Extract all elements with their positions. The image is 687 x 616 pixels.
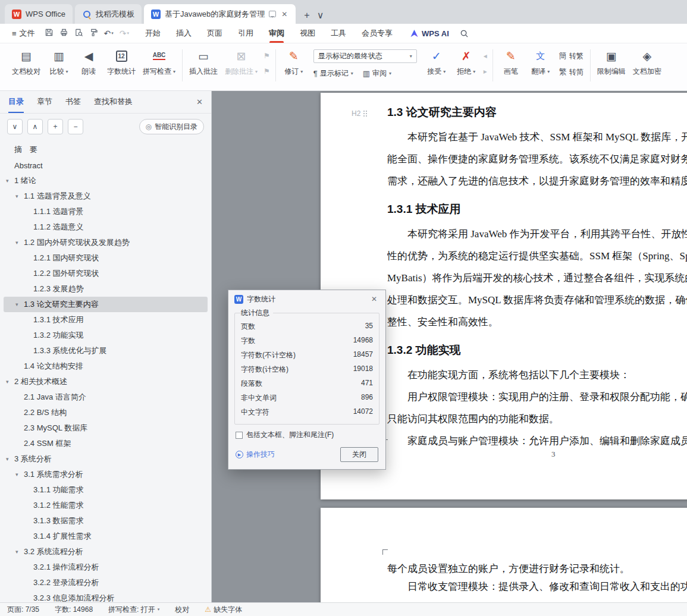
- toc-item[interactable]: ▾1.3 论文研究主要内容: [4, 297, 208, 312]
- toc-item[interactable]: 1.2.2 国外研究现状: [4, 266, 208, 281]
- save-button[interactable]: [45, 28, 54, 39]
- file-menu-button[interactable]: ≡ 文件: [7, 28, 40, 39]
- checkbox-icon[interactable]: [236, 432, 243, 439]
- toc-item[interactable]: 1.2.3 发展趋势: [4, 281, 208, 297]
- window-tab[interactable]: W基于Javaweb的家庭财务管理✕: [144, 4, 296, 24]
- expand-heading-button[interactable]: ∧: [27, 119, 43, 134]
- compare-button[interactable]: ▥比较▾: [44, 43, 74, 77]
- smart-toc-button[interactable]: ◎ 智能识别目录: [139, 119, 204, 134]
- track-changes-button[interactable]: ✎修订▾: [279, 43, 309, 77]
- sidebar-tab-bookmarks[interactable]: 书签: [65, 91, 81, 113]
- toc-item[interactable]: 2.3 MySQL 数据库: [4, 420, 208, 436]
- heading-level-badge[interactable]: H2: [352, 109, 368, 118]
- menu-item[interactable]: 审阅: [261, 24, 292, 43]
- tips-link[interactable]: ▶ 操作技巧: [236, 450, 275, 460]
- redo-button[interactable]: ↷▾: [120, 29, 129, 38]
- toc-item[interactable]: ▾1 绪论: [4, 173, 208, 188]
- page-indicator[interactable]: 页面: 7/35: [7, 605, 39, 615]
- undo-button[interactable]: ↶▾: [104, 29, 114, 38]
- tab-list-caret-icon[interactable]: ∨: [317, 11, 324, 20]
- sidebar-tab-find-replace[interactable]: 查找和替换: [94, 91, 133, 113]
- menu-item[interactable]: 工具: [323, 24, 354, 43]
- toc-item[interactable]: ▾3.2 系统流程分析: [4, 544, 208, 560]
- accept-button[interactable]: ✓接受▾: [422, 43, 451, 77]
- missing-font-warning[interactable]: ⚠ 缺失字体: [205, 605, 242, 615]
- dialog-title-bar[interactable]: W 字数统计 ✕: [228, 290, 385, 308]
- collapse-heading-button[interactable]: ∨: [7, 119, 23, 134]
- word-count-button[interactable]: 12字数统计: [103, 43, 139, 77]
- review-pane-button[interactable]: ▥审阅▾: [363, 68, 391, 78]
- wps-ai-button[interactable]: WPS AI: [410, 29, 449, 38]
- toc-item[interactable]: ▾1.2 国内外研究现状及发展趋势: [4, 235, 208, 250]
- reject-button[interactable]: ✗拒绝▾: [451, 43, 481, 77]
- spell-check-toggle[interactable]: 拼写检查: 打开 ▾: [108, 605, 159, 615]
- toc-item[interactable]: 1.3.2 功能实现: [4, 328, 208, 343]
- show-markup-button[interactable]: ¶显示标记▾: [313, 68, 353, 78]
- window-tab[interactable]: WWPS Office: [5, 4, 73, 24]
- menu-item[interactable]: 插入: [168, 24, 199, 43]
- toc-item[interactable]: 3.1.2 性能需求: [4, 498, 208, 513]
- toc-item[interactable]: 1.3.1 技术应用: [4, 312, 208, 328]
- new-tab-button[interactable]: +: [304, 11, 309, 20]
- toc-item[interactable]: ▾3.1 系统需求分析: [4, 467, 208, 482]
- menu-item[interactable]: 页面: [199, 24, 230, 43]
- read-aloud-button[interactable]: ◀朗读: [74, 43, 103, 77]
- page-2-text[interactable]: 每个成员设置独立的账户，方便进行财务记录和统计。 日常收支管理模块：提供录入、修…: [321, 508, 687, 602]
- toc-item[interactable]: 3.2.3 信息添加流程分析: [4, 590, 208, 602]
- menu-item[interactable]: 开始: [137, 24, 168, 43]
- toc-item[interactable]: 2.1 Java 语言简介: [4, 389, 208, 405]
- window-tab[interactable]: 找稻壳模板: [75, 4, 142, 24]
- include-footnotes-checkbox[interactable]: 包括文本框、脚注和尾注(F): [236, 430, 378, 440]
- menu-item[interactable]: 视图: [292, 24, 323, 43]
- to-simplified-button[interactable]: 繁转简: [559, 67, 584, 77]
- restrict-editing-button[interactable]: ▣限制编辑: [594, 43, 629, 77]
- prev-change-button[interactable]: ◂: [484, 52, 487, 60]
- toc-item[interactable]: 3.2.1 操作流程分析: [4, 560, 208, 575]
- sidebar-tab-chapters[interactable]: 章节: [37, 91, 52, 113]
- toc-item[interactable]: Abstract: [4, 158, 208, 173]
- toc-item[interactable]: 1.3.3 系统优化与扩展: [4, 343, 208, 359]
- delete-comment-button[interactable]: ⊠删除批注▾: [221, 43, 261, 77]
- toc-item[interactable]: 1.1.2 选题意义: [4, 219, 208, 235]
- toc-item[interactable]: 3.1.4 扩展性需求: [4, 529, 208, 544]
- toc-item[interactable]: 1.4 论文结构安排: [4, 359, 208, 374]
- translate-button[interactable]: 文翻译▾: [526, 43, 556, 77]
- highlight-pen-button[interactable]: ✎画笔: [496, 43, 526, 77]
- toc-item[interactable]: 2.4 SSM 框架: [4, 436, 208, 451]
- toc-item[interactable]: 3.1.1 功能需求: [4, 482, 208, 498]
- toc-item[interactable]: 2.2 B/S 结构: [4, 405, 208, 420]
- toc-item[interactable]: 3.1.3 数据需求: [4, 513, 208, 529]
- toc-item[interactable]: 1.1.1 选题背景: [4, 204, 208, 219]
- menu-item[interactable]: 会员专享: [354, 24, 400, 43]
- menu-item[interactable]: 引用: [230, 24, 261, 43]
- doc-proofread-button[interactable]: ▤文档校对: [8, 43, 44, 77]
- close-button[interactable]: 关闭: [340, 447, 378, 462]
- increase-level-button[interactable]: +: [48, 119, 63, 134]
- print-preview-button[interactable]: [74, 28, 83, 39]
- toc-item[interactable]: 1.2.1 国内研究现状: [4, 250, 208, 266]
- to-traditional-button[interactable]: 簡转繁: [559, 51, 584, 61]
- next-change-button[interactable]: ▸: [484, 67, 487, 76]
- drag-handle-icon[interactable]: [363, 110, 368, 117]
- toc-item[interactable]: ▾2 相关技术概述: [4, 374, 208, 389]
- spell-check-button[interactable]: ABC拼写检查▾: [139, 43, 179, 77]
- toc-item[interactable]: ▾1.1 选题背景及意义: [4, 188, 208, 204]
- toc-item[interactable]: 摘 要: [4, 142, 208, 158]
- search-icon[interactable]: [460, 29, 469, 38]
- print-button[interactable]: [59, 28, 68, 39]
- close-dialog-icon[interactable]: ✕: [369, 294, 379, 304]
- toc-item[interactable]: 3.2.2 登录流程分析: [4, 575, 208, 590]
- insert-comment-button[interactable]: ▭插入批注: [186, 43, 221, 77]
- markup-state-combo[interactable]: 显示标记的最终状态▾: [313, 49, 417, 63]
- prev-comment-button[interactable]: ⚑: [263, 52, 270, 60]
- close-tab-icon[interactable]: ✕: [280, 10, 288, 18]
- format-painter-button[interactable]: [89, 28, 98, 39]
- proofread-button[interactable]: 校对: [175, 605, 189, 615]
- close-sidebar-icon[interactable]: ✕: [196, 98, 203, 106]
- decrease-level-button[interactable]: −: [68, 119, 83, 134]
- encrypt-document-button[interactable]: ◈文档加密: [629, 43, 665, 77]
- next-comment-button[interactable]: ⚑: [263, 67, 270, 76]
- sidebar-tab-toc[interactable]: 目录: [8, 91, 24, 113]
- toc-item[interactable]: ▾3 系统分析: [4, 451, 208, 467]
- word-count-indicator[interactable]: 字数: 14968: [55, 605, 93, 615]
